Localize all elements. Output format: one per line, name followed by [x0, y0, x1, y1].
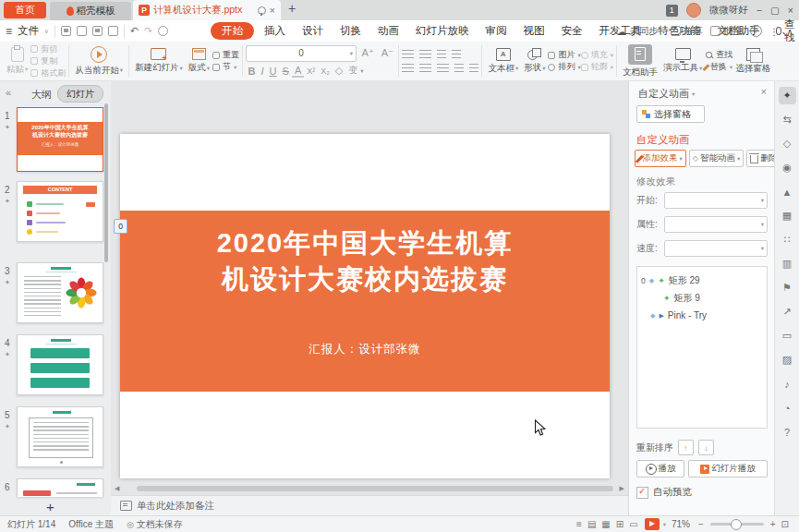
layout-pane-icon[interactable] [779, 327, 796, 345]
align-left-icon[interactable] [402, 64, 414, 73]
close-button[interactable] [788, 5, 793, 16]
table-pane-icon[interactable] [779, 207, 796, 224]
home-tab[interactable]: 首页 [4, 2, 46, 18]
font-color-icon[interactable] [292, 65, 303, 78]
slide-canvas[interactable]: 2020年中国大学生机算 机设计大赛校内选拔赛 汇报人：设计部张微 0 [111, 81, 628, 495]
zoom-out-icon[interactable] [698, 519, 704, 529]
animation-item[interactable]: 矩形 9 [641, 289, 763, 307]
zoom-slider-knob[interactable] [731, 519, 742, 530]
tab-outline[interactable]: 大纲 [31, 88, 52, 102]
tab-transition[interactable]: 切换 [332, 22, 369, 40]
tab-docer[interactable]: 稻壳模板 [50, 2, 131, 20]
zoom-level[interactable]: 71% [672, 519, 690, 529]
history-pane-icon[interactable] [779, 399, 796, 417]
subscript-icon[interactable] [319, 66, 333, 76]
decrease-indent-icon[interactable] [437, 50, 446, 59]
sidebar-scrollbar[interactable] [104, 103, 108, 262]
add-slide-button[interactable]: + [46, 499, 54, 514]
tab-slideshow[interactable]: 幻灯片放映 [407, 22, 478, 40]
highlight-icon[interactable] [333, 65, 345, 77]
doc-assistant-button[interactable]: 文档助手 [620, 43, 660, 79]
notes-toggle-icon[interactable] [576, 519, 582, 529]
justify-icon[interactable] [454, 64, 464, 73]
scroll-right-icon[interactable] [620, 485, 624, 492]
notification-badge[interactable]: 1 [666, 5, 678, 17]
collapse-sidebar-icon[interactable] [6, 87, 11, 98]
tab-insert[interactable]: 插入 [256, 22, 294, 40]
tab-close-icon[interactable] [270, 5, 275, 16]
title-banner-shape[interactable]: 2020年中国大学生机算 机设计大赛校内选拔赛 汇报人：设计部张微 [120, 211, 610, 392]
format-brush-icon[interactable] [158, 26, 168, 36]
auto-preview-option[interactable]: 自动预览 [636, 486, 692, 499]
paste-button[interactable]: 粘贴 [4, 46, 30, 77]
tab-home[interactable]: 开始 [211, 22, 254, 40]
new-slide-button[interactable]: 新建幻灯片 [132, 47, 186, 75]
increase-indent-icon[interactable] [452, 50, 461, 59]
user-name[interactable]: 微微呀好 [709, 4, 748, 17]
slide-play-button[interactable]: 幻灯片播放 [688, 460, 768, 478]
section-button[interactable]: 节 [212, 62, 239, 72]
theme-name[interactable]: Office 主题 [68, 518, 114, 531]
shape-properties-icon[interactable] [779, 135, 796, 152]
reading-view-icon[interactable] [629, 519, 637, 529]
avatar[interactable] [686, 3, 701, 18]
superscript-icon[interactable] [305, 66, 318, 76]
slideshow-button[interactable] [645, 518, 660, 530]
bold-icon[interactable] [246, 66, 258, 77]
redo-icon[interactable] [144, 25, 152, 37]
tab-review[interactable]: 审阅 [478, 22, 515, 40]
transition-pane-icon[interactable] [779, 111, 796, 128]
tab-view[interactable]: 视图 [515, 22, 553, 40]
present-tools-button[interactable]: 演示工具 [660, 47, 705, 75]
selection-pane-button-panel[interactable]: 选择窗格 [636, 105, 705, 123]
new-tab-button[interactable] [288, 1, 296, 16]
layout-button[interactable]: 版式 [186, 47, 212, 75]
export-pane-icon[interactable] [779, 303, 796, 320]
slide-thumbnail-1[interactable]: 2020年中国大学生机算 机设计大赛校内选拔赛 汇报人：设计部张微 [17, 107, 103, 172]
smart-animation-button[interactable]: 智能动画 [689, 150, 744, 167]
slide-thumbnail-4[interactable] [17, 334, 103, 395]
grid-view-icon[interactable] [616, 519, 623, 529]
slide-thumbnail-3[interactable] [17, 262, 103, 323]
file-menu-caret-icon[interactable] [44, 28, 49, 35]
outline-button[interactable]: 轮廓 [581, 62, 613, 72]
play-button[interactable]: 播放 [636, 460, 684, 478]
cut-button[interactable]: 剪切 [30, 44, 66, 54]
strikethrough-icon[interactable] [280, 66, 291, 77]
add-effect-button[interactable]: 添加效果 [635, 150, 686, 167]
play-from-current-button[interactable]: 从当前开始 [72, 45, 126, 78]
image-pane-icon[interactable] [779, 351, 796, 369]
increase-font-icon[interactable] [359, 47, 376, 59]
copy-button[interactable]: 复制 [30, 56, 66, 66]
zoom-in-icon[interactable] [770, 519, 776, 529]
align-center-icon[interactable] [419, 64, 431, 73]
decrease-font-icon[interactable] [379, 47, 395, 59]
zoom-slider[interactable] [710, 523, 764, 526]
replace-button[interactable]: 替换 [705, 62, 732, 72]
output-icon[interactable] [77, 26, 87, 36]
print-preview-icon[interactable] [108, 26, 118, 36]
selection-pane-button[interactable]: 选择窗格 [732, 47, 773, 76]
slide-thumbnail-2[interactable]: CONTENT [17, 181, 103, 242]
underline-icon[interactable] [267, 66, 279, 77]
notes-bar[interactable]: 单击此处添加备注 [111, 495, 628, 515]
save-icon[interactable] [61, 26, 71, 36]
shapes-button[interactable]: 形状 [521, 47, 548, 75]
help-pane-icon[interactable] [779, 423, 796, 441]
chart-pane-icon[interactable] [779, 255, 796, 272]
tab-slides[interactable]: 幻灯片 [57, 85, 103, 103]
comment-button[interactable]: 批注 [710, 25, 743, 38]
picture-button[interactable]: 图片 [548, 50, 580, 60]
line-spacing-icon[interactable] [469, 64, 478, 73]
fill-button[interactable]: 填充 [581, 50, 613, 60]
tab-document[interactable]: 计算机设计大赛.pptx [133, 0, 281, 20]
maximize-button[interactable] [770, 5, 780, 16]
animation-pane-icon[interactable] [779, 87, 796, 104]
find-button[interactable]: 查找 [705, 50, 732, 60]
more-icon[interactable] [769, 26, 780, 37]
textbox-button[interactable]: 文本框 [485, 47, 521, 76]
font-size-combobox[interactable]: 0 [246, 45, 357, 62]
horizontal-scrollbar[interactable] [111, 485, 628, 492]
slide-thumbnail-5[interactable] [17, 406, 103, 467]
slide-thumbnail-6[interactable] [17, 478, 103, 497]
